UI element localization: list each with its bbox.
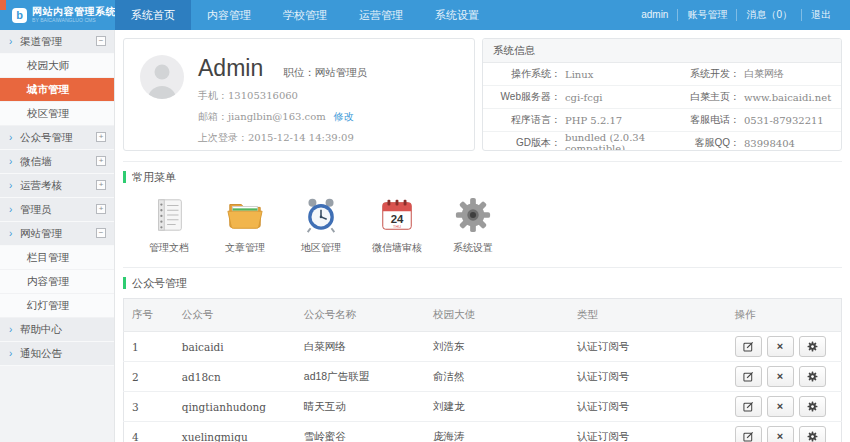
quick-item-system-settings[interactable]: 系统设置 <box>449 196 497 255</box>
sidebar-item-campus-management[interactable]: 校区管理 <box>0 102 114 126</box>
nav-tab-content[interactable]: 内容管理 <box>191 0 267 30</box>
sidebar-item-administrators[interactable]: ›管理员+ <box>0 198 114 222</box>
user-menu-logout[interactable]: 退出 <box>802 9 840 21</box>
sidebar-item-help-center[interactable]: ›帮助中心 <box>0 318 114 342</box>
chevron-right-icon: › <box>9 30 12 53</box>
quick-item-wechat-wall-review[interactable]: 24 THU微信墙审核 <box>373 196 421 255</box>
info-label: 程序语言： <box>483 113 561 127</box>
info-value: 83998404 <box>740 138 795 149</box>
user-menu: admin账号管理消息（0）退出 <box>632 0 850 30</box>
close-icon: × <box>777 401 783 412</box>
sidebar-item-official-accounts[interactable]: ›公众号管理+ <box>0 126 114 150</box>
user-menu-username[interactable]: admin <box>632 9 678 21</box>
system-info-panel: 系统信息 操作系统：Linux系统开发：白菜网络Web服务器：cgi-fcgi白… <box>482 38 842 151</box>
chevron-right-icon: › <box>9 198 12 221</box>
sidebar-item-label: 公众号管理 <box>20 131 73 143</box>
sidebar-item-label: 渠道管理 <box>20 35 62 47</box>
quick-item-doc-management[interactable]: 管理文档 <box>145 196 193 255</box>
cell-name: 白菜网络 <box>296 332 425 362</box>
settings-button[interactable] <box>799 336 826 357</box>
cell-ambassador: 庞海涛 <box>425 422 569 442</box>
sidebar-item-column-management[interactable]: 栏目管理 <box>0 246 114 270</box>
sidebar-item-label: 微信墙 <box>20 155 52 167</box>
logo-icon: b <box>12 8 27 23</box>
nav-tab-home[interactable]: 系统首页 <box>115 0 191 30</box>
gear-small-icon <box>807 341 818 352</box>
nav-tab-operations[interactable]: 运营管理 <box>343 0 419 30</box>
delete-button[interactable]: × <box>767 366 794 387</box>
delete-button[interactable]: × <box>767 336 794 357</box>
settings-button[interactable] <box>799 426 826 442</box>
sidebar-item-slideshow-management[interactable]: 幻灯管理 <box>0 294 114 318</box>
sidebar-item-wechat-wall[interactable]: ›微信墙+ <box>0 150 114 174</box>
delete-button[interactable]: × <box>767 426 794 442</box>
sidebar-item-operation-assessment[interactable]: ›运营考核+ <box>0 174 114 198</box>
profile-last-login: 上次登录：2015-12-14 14:39:09 <box>198 131 367 145</box>
cell-account: xuelingmigu <box>174 422 296 442</box>
collapse-icon[interactable]: − <box>96 36 106 46</box>
quick-item-region-management[interactable]: 地区管理 <box>297 196 345 255</box>
user-menu-messages[interactable]: 消息（0） <box>737 9 802 21</box>
edit-icon <box>743 431 754 442</box>
profile-card: Admin 职位：网站管理员 手机：13105316060 邮箱：jianglb… <box>123 38 475 151</box>
system-info-row: 操作系统：Linux系统开发：白菜网络 <box>483 63 841 86</box>
cell-type: 认证订阅号 <box>569 422 727 442</box>
cell-actions: × <box>727 332 842 362</box>
close-icon: × <box>777 341 783 352</box>
sidebar-item-content-management[interactable]: 内容管理 <box>0 270 114 294</box>
corner-artifact <box>0 0 6 10</box>
quick-item-label: 系统设置 <box>453 241 493 255</box>
expand-icon[interactable]: + <box>96 204 106 214</box>
system-info-cell: 客服电话：0531-87932211 <box>662 113 841 127</box>
delete-button[interactable]: × <box>767 396 794 417</box>
user-menu-account-settings[interactable]: 账号管理 <box>678 9 737 21</box>
quick-item-article-management[interactable]: 文章管理 <box>221 196 269 255</box>
app-title: 网站内容管理系统 <box>32 6 116 17</box>
svg-text:24: 24 <box>391 213 404 225</box>
edit-email-link[interactable]: 修改 <box>334 111 354 122</box>
chevron-right-icon: › <box>9 222 12 245</box>
collapse-icon[interactable]: − <box>96 228 106 238</box>
info-value: PHP 5.2.17 <box>561 115 622 126</box>
cell-actions: × <box>727 392 842 422</box>
cell-name: 晴天互动 <box>296 392 425 422</box>
gear-small-icon <box>807 431 818 442</box>
info-value: 白菜网络 <box>740 67 784 81</box>
nav-tab-school[interactable]: 学校管理 <box>267 0 343 30</box>
cell-account: baicaidi <box>174 332 296 362</box>
profile-email: 邮箱：jianglbin@163.com修改 <box>198 110 367 124</box>
expand-icon[interactable]: + <box>96 156 106 166</box>
info-value: bundled (2.0.34 compatible) <box>561 132 662 151</box>
cell-name: ad18广告联盟 <box>296 362 425 392</box>
cell-name: 雪岭蜜谷 <box>296 422 425 442</box>
edit-button[interactable] <box>735 396 762 417</box>
settings-button[interactable] <box>799 366 826 387</box>
nav-tab-settings[interactable]: 系统设置 <box>419 0 495 30</box>
cell-type: 认证订阅号 <box>569 362 727 392</box>
column-header: 操作 <box>727 299 842 332</box>
quick-item-label: 微信墙审核 <box>372 241 422 255</box>
sidebar-item-notices[interactable]: ›通知公告 <box>0 342 114 366</box>
sidebar-item-campus-master[interactable]: 校园大师 <box>0 54 114 78</box>
sidebar-item-channel-management[interactable]: ›渠道管理− <box>0 30 114 54</box>
system-info-cell: 程序语言：PHP 5.2.17 <box>483 113 662 127</box>
info-value: Linux <box>561 69 593 80</box>
settings-button[interactable] <box>799 396 826 417</box>
sidebar-item-label: 校区管理 <box>27 107 69 119</box>
system-info-cell: 客服QQ：83998404 <box>662 136 841 150</box>
cell-no: 3 <box>124 392 174 422</box>
info-label: GD版本： <box>483 136 561 150</box>
nav-tabs: 系统首页内容管理学校管理运营管理系统设置 <box>115 0 495 30</box>
edit-button[interactable] <box>735 336 762 357</box>
info-value: cgi-fcgi <box>561 92 602 103</box>
expand-icon[interactable]: + <box>96 132 106 142</box>
calendar-icon: 24 THU <box>378 196 416 234</box>
sidebar-item-label: 内容管理 <box>27 275 69 287</box>
expand-icon[interactable]: + <box>96 180 106 190</box>
top-header: b 网站内容管理系统 BY BAICAIWANGLUO CMS 系统首页内容管理… <box>0 0 850 30</box>
sidebar-item-website-management[interactable]: ›网站管理− <box>0 222 114 246</box>
sidebar-item-city-management[interactable]: 城市管理 <box>0 78 114 102</box>
edit-button[interactable] <box>735 426 762 442</box>
info-label: 系统开发： <box>662 67 740 81</box>
edit-button[interactable] <box>735 366 762 387</box>
